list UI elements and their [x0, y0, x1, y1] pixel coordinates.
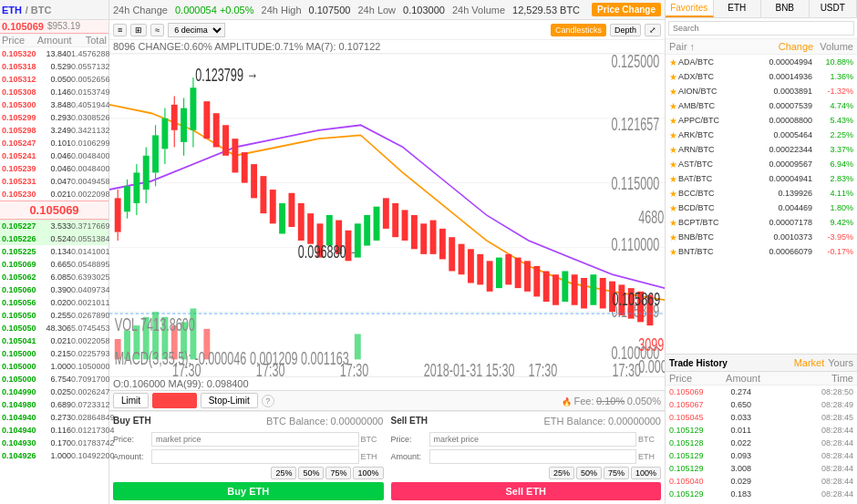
chart-icon3[interactable]: ≈	[150, 24, 164, 36]
buy-order-row[interactable]: 0.1050006.7540.70917000	[0, 373, 108, 386]
market-item[interactable]: ★ ADA/BTC 0.00004994 10.88%	[666, 55, 857, 69]
star-icon[interactable]: ★	[669, 159, 678, 170]
star-icon[interactable]: ★	[669, 203, 678, 213]
buy-50pct[interactable]: 50%	[298, 467, 324, 479]
buy-order-row[interactable]: 0.1050626.0850.63930257	[0, 271, 108, 283]
chart-canvas[interactable]: 0.125000 0.121657 0.115000 0.110000 0.10…	[109, 54, 665, 376]
help-icon[interactable]: ?	[262, 395, 274, 407]
sell-order-row[interactable]: 0.1052470.1010.01062995	[0, 137, 108, 149]
market-item[interactable]: ★ BCPT/BTC 0.00007178 9.42%	[666, 215, 857, 230]
buy-order-row[interactable]: 0.1052260.5240.05513842	[0, 232, 108, 245]
tab-usdt[interactable]: USDT	[810, 0, 858, 17]
sell-100pct[interactable]: 100%	[631, 467, 661, 479]
sell-amount-input[interactable]	[429, 449, 637, 464]
sell-order-row[interactable]: 0.10532013.8401.45762880	[0, 47, 108, 60]
market-item[interactable]: ★ BCC/BTC 0.139926 4.11%	[666, 186, 857, 201]
market-item[interactable]: ★ BCD/BTC 0.004469 1.80%	[666, 201, 857, 215]
depth-btn[interactable]: Depth	[610, 24, 641, 36]
star-icon[interactable]: ★	[669, 101, 678, 111]
buy-order-row[interactable]: 0.1050410.0210.00220586	[0, 334, 108, 347]
chart-icon2[interactable]: ⊞	[130, 24, 147, 36]
search-input[interactable]	[668, 21, 854, 36]
limit-btn[interactable]: Limit	[113, 393, 149, 408]
candlestick-btn[interactable]: Candlesticks	[551, 24, 606, 36]
buy-order-row[interactable]: 0.1050001.0000.10500000	[0, 360, 108, 373]
market-item[interactable]: ★ ADX/BTC 0.00014936 1.36%	[666, 69, 857, 84]
buy-order-row[interactable]: 0.1049300.1700.01783742	[0, 437, 108, 449]
sell-eth-button[interactable]: Sell ETH	[391, 482, 662, 500]
tab-favorites[interactable]: Favorites	[666, 0, 714, 17]
sell-order-row[interactable]: 0.1053120.0500.00526560	[0, 73, 108, 86]
svg-text:17:30: 17:30	[613, 360, 642, 376]
buy-order-row[interactable]: 0.1052250.1340.01410015	[0, 245, 108, 258]
filter-volume[interactable]: Volume	[820, 41, 853, 52]
sell-75pct[interactable]: 75%	[604, 467, 629, 479]
sell-order-row[interactable]: 0.1053080.1460.01537497	[0, 86, 108, 98]
sell-order-row[interactable]: 0.1052983.2490.34211320	[0, 124, 108, 137]
sell-panel: Sell ETH ETH Balance: 0.00000000 Price: …	[391, 416, 662, 500]
market-item[interactable]: ★ BNT/BTC 0.00066079 -0.17%	[666, 244, 857, 259]
sell-order-row[interactable]: 0.1052990.2930.03085261	[0, 111, 108, 124]
market-item[interactable]: ★ ARK/BTC 0.0005464 2.25%	[666, 128, 857, 142]
sell-order-row[interactable]: 0.1052300.0210.00220983	[0, 188, 108, 201]
buy-order-row[interactable]: 0.1049261.0000.10492200	[0, 449, 108, 462]
sell-price-row: Price: BTC	[391, 432, 662, 447]
buy-order-row[interactable]: 0.1049400.1160.01217304	[0, 424, 108, 437]
buy-order-row[interactable]: 0.1050560.0200.00210112	[0, 296, 108, 309]
star-icon[interactable]: ★	[669, 247, 678, 257]
buy-100pct[interactable]: 100%	[353, 467, 383, 479]
market-item[interactable]: ★ AST/BTC 0.00009567 6.94%	[666, 157, 857, 171]
chart-icon1[interactable]: ≡	[113, 24, 127, 36]
market-list: ★ ADA/BTC 0.00004994 10.88% ★ ADX/BTC 0.…	[666, 55, 857, 354]
market-item[interactable]: ★ AMB/BTC 0.00007539 4.74%	[666, 98, 857, 113]
buy-order-row[interactable]: 0.1049900.0250.00262475	[0, 386, 108, 398]
market-item[interactable]: ★ BAT/BTC 0.00004941 2.83%	[666, 171, 857, 186]
filter-change[interactable]: Change	[779, 41, 814, 52]
star-icon[interactable]: ★	[669, 145, 678, 155]
buy-order-row[interactable]: 0.1052273.5330.37176699	[0, 220, 108, 232]
market-item[interactable]: ★ ARN/BTC 0.00022344 3.37%	[666, 142, 857, 157]
star-icon[interactable]: ★	[669, 130, 678, 140]
star-icon[interactable]: ★	[669, 116, 678, 126]
market-item[interactable]: ★ APPC/BTC 0.00008800 5.43%	[666, 113, 857, 128]
market-btn[interactable]: Market	[152, 393, 197, 408]
sell-price-input[interactable]	[429, 432, 637, 447]
star-icon[interactable]: ★	[669, 174, 678, 184]
decimals-select[interactable]: 6 decima	[168, 23, 225, 37]
market-category-tabs: Favorites ETH BNB USDT	[666, 0, 857, 18]
buy-25pct[interactable]: 25%	[271, 467, 296, 479]
th-tab-market[interactable]: Market	[794, 357, 825, 368]
sell-order-row[interactable]: 0.1053003.8480.40519440	[0, 98, 108, 111]
sell-order-row[interactable]: 0.1052390.0460.00484009	[0, 162, 108, 175]
buy-amount-input[interactable]	[151, 449, 359, 464]
buy-order-row[interactable]: 0.1049400.2730.02864849	[0, 411, 108, 424]
stop-limit-btn[interactable]: Stop-Limit	[201, 393, 258, 408]
buy-order-row[interactable]: 0.1050500.2550.02678903	[0, 309, 108, 322]
tab-eth[interactable]: ETH	[714, 0, 762, 17]
tab-bnb[interactable]: BNB	[761, 0, 810, 17]
sell-order-row[interactable]: 0.1053180.5290.05571322	[0, 60, 108, 73]
market-item[interactable]: ★ AION/BTC 0.0003891 -1.32%	[666, 84, 857, 98]
buy-order-row[interactable]: 0.1050690.6650.05488956	[0, 258, 108, 271]
buy-75pct[interactable]: 75%	[325, 467, 351, 479]
th-tab-yours[interactable]: Yours	[828, 357, 853, 368]
sell-order-row[interactable]: 0.1052310.0470.00494586	[0, 175, 108, 188]
star-icon[interactable]: ★	[669, 189, 678, 199]
buy-order-row[interactable]: 0.10505048.3065.07454530	[0, 322, 108, 334]
star-icon[interactable]: ★	[669, 87, 678, 97]
pair-change: 4.74%	[812, 101, 853, 110]
sell-order-row[interactable]: 0.1052410.0460.00484009	[0, 149, 108, 162]
buy-order-row[interactable]: 0.1050600.3900.04097340	[0, 283, 108, 296]
star-icon[interactable]: ★	[669, 57, 678, 67]
expand-btn[interactable]: ⤢	[645, 24, 661, 36]
buy-eth-button[interactable]: Buy ETH	[113, 482, 384, 500]
buy-price-input[interactable]	[151, 432, 359, 447]
buy-order-row[interactable]: 0.1050000.2150.02257930	[0, 347, 108, 360]
buy-order-row[interactable]: 0.1049800.6890.07233122	[0, 398, 108, 411]
sell-50pct[interactable]: 50%	[576, 467, 602, 479]
sell-25pct[interactable]: 25%	[549, 467, 574, 479]
star-icon[interactable]: ★	[669, 232, 678, 242]
star-icon[interactable]: ★	[669, 218, 678, 228]
star-icon[interactable]: ★	[669, 72, 678, 82]
market-item[interactable]: ★ BNB/BTC 0.0010373 -3.95%	[666, 230, 857, 244]
